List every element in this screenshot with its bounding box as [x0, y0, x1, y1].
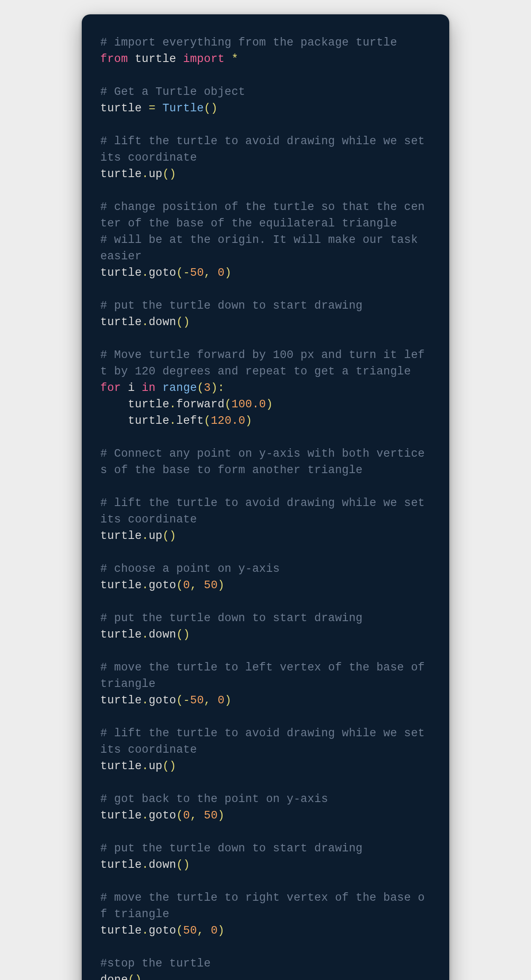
- code-token: (: [204, 415, 211, 427]
- code-token: =: [149, 102, 156, 115]
- code-token: :: [218, 382, 225, 394]
- code-token: ): [183, 628, 190, 641]
- code-token: 50: [183, 924, 197, 937]
- code-token: turtle: [100, 168, 142, 180]
- code-token: -: [183, 694, 190, 707]
- code-token: # move the turtle to left vertex of the …: [100, 661, 432, 690]
- code-token: 3: [204, 382, 211, 394]
- code-token: # put the turtle down to start drawing: [100, 842, 362, 855]
- code-token: # put the turtle down to start drawing: [100, 299, 362, 312]
- code-token: ,: [204, 694, 211, 707]
- code-token: # lift the turtle to avoid drawing while…: [100, 135, 432, 164]
- code-token: in: [142, 382, 156, 394]
- code-token: turtle: [100, 530, 142, 542]
- code-token: 50: [204, 579, 218, 592]
- code-token: ): [169, 530, 176, 542]
- code-token: turtle: [128, 398, 169, 411]
- code-token: # Move turtle forward by 100 px and turn…: [100, 349, 425, 378]
- code-token: ): [211, 382, 217, 394]
- code-token: # Connect any point on y-axis with both …: [100, 447, 425, 477]
- code-token: (: [162, 760, 169, 773]
- code-token: .: [142, 809, 148, 822]
- code-token: goto: [149, 579, 177, 592]
- code-token: ): [218, 924, 225, 937]
- code-token: (: [197, 382, 204, 394]
- code-token: i: [128, 382, 135, 394]
- code-token: 100.0: [231, 398, 266, 411]
- code-token: .: [169, 398, 176, 411]
- code-token: turtle: [100, 924, 142, 937]
- code-token: 50: [190, 267, 204, 279]
- code-token: ): [218, 809, 225, 822]
- code-token: (: [176, 316, 183, 328]
- code-token: .: [142, 628, 148, 641]
- code-token: 120.0: [211, 415, 245, 427]
- code-token: ): [183, 316, 190, 328]
- code-token: # lift the turtle to avoid drawing while…: [100, 497, 432, 526]
- code-token: up: [149, 760, 163, 773]
- code-token: goto: [149, 809, 177, 822]
- code-token: .: [142, 924, 148, 937]
- code-token: ): [225, 267, 231, 279]
- code-token: import: [183, 53, 225, 65]
- code-token: (: [176, 628, 183, 641]
- code-token: (: [225, 398, 231, 411]
- code-token: (: [176, 924, 183, 937]
- code-block: # import everything from the package tur…: [100, 35, 431, 980]
- code-token: for: [100, 382, 121, 394]
- code-token: 50: [204, 809, 218, 822]
- code-token: Turtle: [162, 102, 204, 115]
- code-token: #stop the turtle: [100, 957, 211, 970]
- code-token: down: [149, 628, 177, 641]
- code-token: forward: [176, 398, 225, 411]
- code-token: .: [169, 415, 176, 427]
- code-token: ): [169, 760, 176, 773]
- code-token: *: [231, 53, 238, 65]
- code-token: turtle: [100, 694, 142, 707]
- code-token: range: [162, 382, 197, 394]
- code-token: ,: [190, 809, 197, 822]
- code-token: .: [142, 694, 148, 707]
- page: # import everything from the package tur…: [0, 0, 531, 980]
- code-token: goto: [149, 267, 177, 279]
- code-token: ): [169, 168, 176, 180]
- code-token: ): [218, 579, 225, 592]
- code-token: 0: [218, 694, 225, 707]
- code-token: turtle: [100, 316, 142, 328]
- code-token: .: [142, 760, 148, 773]
- code-token: turtle: [100, 102, 142, 115]
- code-token: (: [128, 974, 135, 980]
- code-token: ): [266, 398, 273, 411]
- code-token: goto: [149, 924, 177, 937]
- code-token: .: [142, 579, 148, 592]
- code-token: .: [142, 316, 148, 328]
- code-token: (: [204, 102, 211, 115]
- code-token: # change position of the turtle so that …: [100, 201, 425, 230]
- code-token: up: [149, 530, 163, 542]
- code-token: ): [225, 694, 231, 707]
- code-token: 0: [218, 267, 225, 279]
- code-token: (: [176, 859, 183, 871]
- code-token: (: [176, 267, 183, 279]
- code-token: down: [149, 859, 177, 871]
- code-token: .: [142, 267, 148, 279]
- code-token: 0: [183, 579, 190, 592]
- code-token: # import everything from the package tur…: [100, 36, 397, 49]
- code-token: ,: [190, 579, 197, 592]
- code-token: turtle: [100, 809, 142, 822]
- code-token: 0: [211, 924, 217, 937]
- code-token: goto: [149, 694, 177, 707]
- code-token: turtle: [100, 267, 142, 279]
- code-token: ): [183, 859, 190, 871]
- code-token: ,: [197, 924, 204, 937]
- code-token: .: [142, 530, 148, 542]
- code-token: .: [142, 168, 148, 180]
- code-token: turtle: [100, 628, 142, 641]
- code-token: # choose a point on y-axis: [100, 563, 280, 575]
- code-token: ): [211, 102, 217, 115]
- code-token: turtle: [128, 415, 169, 427]
- code-token: .: [142, 859, 148, 871]
- code-token: # will be at the origin. It will make ou…: [100, 234, 425, 263]
- code-token: # move the turtle to right vertex of the…: [100, 891, 425, 921]
- code-token: # put the turtle down to start drawing: [100, 612, 362, 625]
